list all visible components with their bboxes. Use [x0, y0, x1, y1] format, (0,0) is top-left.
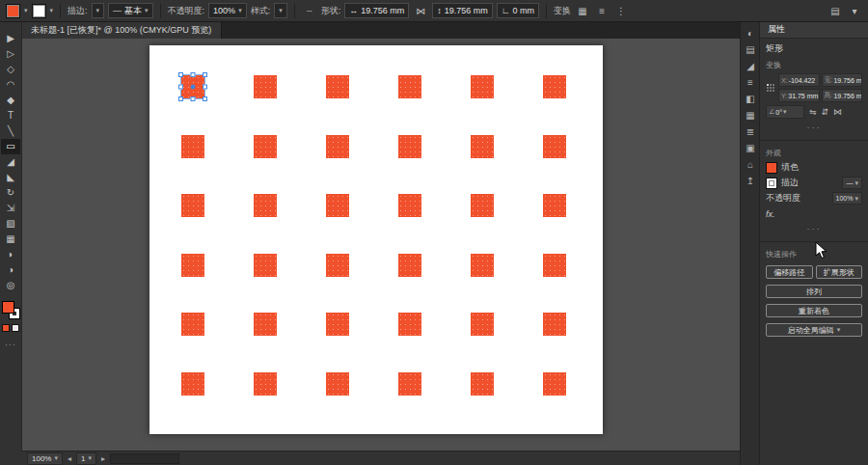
- grid-square[interactable]: [543, 254, 566, 277]
- selection-handle[interactable]: [203, 96, 207, 101]
- grid-square[interactable]: [181, 372, 204, 396]
- panel-opacity-dropdown[interactable]: 100% ▾: [832, 192, 862, 205]
- recolor-button[interactable]: 重新着色: [766, 304, 862, 317]
- grid-square[interactable]: [543, 313, 566, 336]
- grid-square[interactable]: [471, 135, 494, 158]
- selection-handle[interactable]: [191, 96, 196, 101]
- selection-handle[interactable]: [178, 85, 183, 90]
- grid-square[interactable]: [326, 75, 349, 98]
- selection-tool[interactable]: ▶: [1, 31, 20, 46]
- reference-point-widget[interactable]: [766, 84, 774, 93]
- grid-square[interactable]: [471, 313, 494, 336]
- appearance-more-options[interactable]: ···: [766, 224, 862, 233]
- selection-handle[interactable]: [178, 96, 183, 101]
- selection-handle[interactable]: [178, 72, 183, 77]
- height-field[interactable]: 高: 19.756 mm: [822, 89, 863, 102]
- artboard[interactable]: [149, 45, 603, 434]
- prev-artboard-button[interactable]: ◂: [68, 454, 71, 463]
- fill-dropdown-icon[interactable]: ▾: [24, 7, 28, 14]
- grid-square[interactable]: [181, 313, 204, 336]
- grid-square[interactable]: [254, 194, 277, 217]
- distribute-objects-icon[interactable]: ≡: [594, 3, 610, 18]
- workspace-switcher-icon[interactable]: ▾: [847, 3, 862, 18]
- grid-square[interactable]: [398, 372, 421, 396]
- zoom-tool[interactable]: ◎: [1, 278, 20, 293]
- selection-handle[interactable]: [203, 72, 207, 77]
- export-panel-icon[interactable]: ↥: [746, 177, 754, 186]
- style-field[interactable]: ▾: [274, 3, 287, 18]
- width-field[interactable]: 宽: 19.756 mm: [822, 73, 863, 87]
- grid-square[interactable]: [326, 194, 349, 217]
- grid-square[interactable]: [543, 135, 566, 158]
- panel-stroke-swatch[interactable]: [766, 178, 777, 189]
- grid-square[interactable]: [326, 313, 349, 336]
- stroke-weight-field[interactable]: ▾: [92, 3, 105, 18]
- grid-square[interactable]: [181, 194, 204, 217]
- grid-square[interactable]: [181, 75, 204, 98]
- stroke-weight-dropdown[interactable]: —▾: [842, 177, 862, 189]
- corner-radius-field[interactable]: ∟ 0 mm: [497, 3, 539, 18]
- blend-tool[interactable]: ◑: [1, 262, 20, 278]
- grid-square[interactable]: [254, 135, 277, 158]
- more-options-icon[interactable]: ⋮: [613, 3, 629, 18]
- rotate-tool[interactable]: ↻: [1, 185, 20, 201]
- mesh-tool[interactable]: ▦: [1, 232, 20, 247]
- grid-square[interactable]: [254, 313, 277, 336]
- grid-square[interactable]: [398, 194, 421, 217]
- x-position-field[interactable]: X: -104.422: [778, 73, 820, 87]
- libraries-panel-icon[interactable]: ⌂: [747, 160, 753, 170]
- grid-square[interactable]: [326, 372, 349, 396]
- panel-fill-swatch[interactable]: [766, 162, 777, 174]
- direct-selection-tool[interactable]: ▷: [1, 46, 20, 62]
- opacity-field[interactable]: 100% ▾: [208, 3, 247, 18]
- offset-path-button[interactable]: 偏移路径: [766, 265, 813, 279]
- swatches-panel-icon[interactable]: ▤: [746, 45, 754, 55]
- grid-square[interactable]: [398, 254, 421, 277]
- artboards-panel-icon[interactable]: ▣: [746, 144, 754, 153]
- transform-menu-label[interactable]: 变换: [554, 5, 571, 17]
- color-panel-icon[interactable]: ◐: [747, 29, 753, 39]
- transform-more-options[interactable]: ···: [766, 123, 862, 132]
- arrange-documents-icon[interactable]: ▤: [827, 3, 843, 18]
- lasso-tool[interactable]: ◠: [1, 77, 20, 93]
- grid-square[interactable]: [181, 254, 204, 277]
- magic-wand-tool[interactable]: ◇: [1, 62, 20, 77]
- grid-square[interactable]: [543, 372, 566, 396]
- mini-swatch-fill[interactable]: [2, 324, 10, 332]
- rotation-field[interactable]: ∠ 0° ▾: [766, 105, 804, 119]
- grid-square[interactable]: [543, 75, 566, 98]
- gradient-panel-icon[interactable]: ◧: [746, 95, 754, 104]
- global-edit-dropdown-icon[interactable]: ▾: [837, 326, 841, 334]
- grid-square[interactable]: [254, 254, 277, 277]
- grid-square[interactable]: [471, 254, 494, 277]
- fx-button[interactable]: fx.: [766, 209, 775, 219]
- eyedropper-tool[interactable]: ◗: [1, 247, 20, 262]
- shape-height-field[interactable]: ↕ 19.756 mm: [432, 3, 493, 18]
- selection-handle[interactable]: [191, 72, 196, 77]
- flip-vertical-icon[interactable]: ⇵: [822, 107, 829, 117]
- transparency-panel-icon[interactable]: ▦: [746, 111, 754, 121]
- document-tab[interactable]: 未标题-1 [已恢复]* @ 100% (CMYK/GPU 预览): [21, 21, 222, 39]
- grid-square[interactable]: [254, 75, 277, 98]
- scale-tool[interactable]: ⇲: [1, 201, 20, 216]
- link-dimensions-icon[interactable]: ⋈: [413, 3, 428, 18]
- grid-square[interactable]: [398, 75, 421, 98]
- toolbar-color-indicators[interactable]: [2, 301, 19, 318]
- grid-square[interactable]: [471, 75, 494, 98]
- grid-square[interactable]: [543, 194, 566, 217]
- start-global-edit-button[interactable]: 启动全局编辑 ▾: [766, 323, 862, 337]
- stroke-panel-icon[interactable]: ≡: [747, 78, 753, 88]
- paintbrush-tool[interactable]: ◢: [1, 154, 20, 170]
- grid-square[interactable]: [471, 194, 494, 217]
- brush-definition-field[interactable]: — 基本 ▾: [108, 3, 153, 18]
- line-segment-tool[interactable]: ╲: [1, 123, 20, 139]
- selection-handle[interactable]: [191, 85, 196, 90]
- layers-panel-icon[interactable]: ≣: [746, 127, 754, 137]
- type-tool[interactable]: T: [1, 108, 20, 123]
- expand-shape-button[interactable]: 扩展形状: [816, 265, 863, 279]
- pencil-tool[interactable]: ◣: [1, 170, 20, 185]
- pen-tool[interactable]: ◆: [1, 93, 20, 108]
- shape-width-field[interactable]: ↔ 19.756 mm: [344, 3, 409, 18]
- align-objects-icon[interactable]: ▦: [575, 3, 590, 18]
- y-position-field[interactable]: Y: 31.75 mm: [778, 89, 820, 102]
